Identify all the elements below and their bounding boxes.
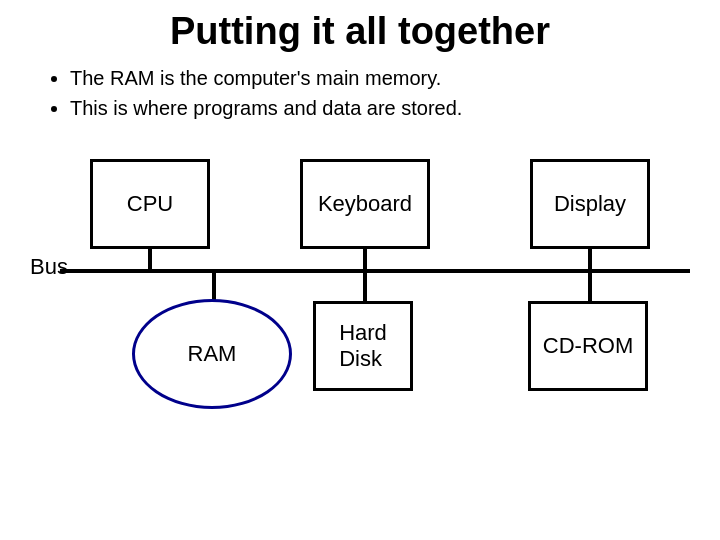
keyboard-box: Keyboard bbox=[300, 159, 430, 249]
bullet-list: The RAM is the computer's main memory. T… bbox=[50, 63, 690, 123]
ram-box: RAM bbox=[132, 299, 292, 409]
keyboard-label: Keyboard bbox=[318, 191, 412, 217]
harddisk-box: Hard Disk bbox=[313, 301, 413, 391]
vline-display bbox=[588, 249, 592, 271]
vline-cpu bbox=[148, 249, 152, 271]
ram-label: RAM bbox=[188, 341, 237, 367]
harddisk-label: Hard Disk bbox=[339, 320, 387, 372]
page: Putting it all together The RAM is the c… bbox=[0, 0, 720, 540]
page-title: Putting it all together bbox=[30, 10, 690, 53]
cpu-label: CPU bbox=[127, 191, 173, 217]
cdrom-box: CD-ROM bbox=[528, 301, 648, 391]
cdrom-label: CD-ROM bbox=[543, 333, 633, 359]
bus-line bbox=[60, 269, 690, 273]
bus-label: Bus bbox=[30, 254, 68, 280]
vline-keyboard bbox=[363, 249, 367, 271]
cpu-box: CPU bbox=[90, 159, 210, 249]
diagram: Bus CPU Keyboard Display RAM Hard Di bbox=[30, 139, 690, 439]
vline-cdrom bbox=[588, 273, 592, 303]
display-label: Display bbox=[554, 191, 626, 217]
bullet-2: This is where programs and data are stor… bbox=[70, 93, 690, 123]
bullet-1: The RAM is the computer's main memory. bbox=[70, 63, 690, 93]
vline-harddisk bbox=[363, 273, 367, 303]
display-box: Display bbox=[530, 159, 650, 249]
